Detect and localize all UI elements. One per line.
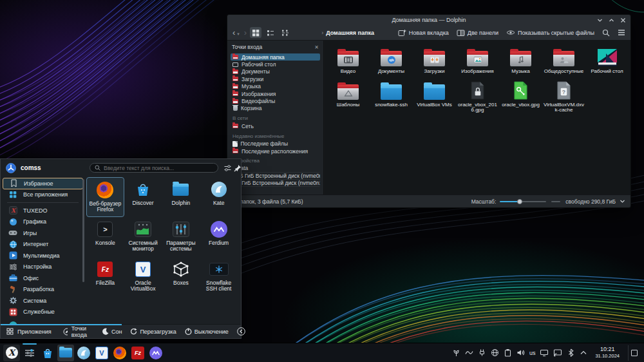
cast-tray-icon[interactable] (553, 348, 562, 357)
chevron-down-icon[interactable] (620, 199, 625, 204)
forward-button[interactable]: › (244, 30, 247, 36)
task-discover[interactable] (39, 345, 56, 361)
hamburger-menu-icon[interactable] (618, 29, 625, 36)
file-item[interactable]: VirtualBox VMs (413, 77, 456, 113)
app-dolphin[interactable]: Dolphin (162, 177, 200, 217)
app-system-settings[interactable]: Параметры системы (162, 217, 200, 257)
task-tuxedo-control-center[interactable] (21, 345, 38, 361)
category-multimedia[interactable]: Мультимедиа (1, 250, 85, 262)
breadcrumb-home[interactable]: Домашняя папка (326, 30, 374, 36)
dolphin-titlebar[interactable]: Домашняя папка — Dolphin (227, 15, 630, 25)
tab-places[interactable]: Точки входа (63, 325, 90, 338)
maximize-icon[interactable] (609, 17, 614, 23)
app-kate[interactable]: Kate (200, 177, 238, 217)
back-button[interactable]: ‹ (232, 30, 235, 36)
place-videos[interactable]: Видеофайлы (231, 97, 320, 104)
category-tuxedo[interactable]: X TUXEDO (1, 205, 85, 216)
network-globe-tray-icon[interactable] (491, 348, 499, 357)
breadcrumb[interactable]: › Домашняя папка (321, 30, 374, 36)
new-tab-button[interactable]: Новая вкладка (398, 29, 449, 37)
tuxedo-control-tray-icon[interactable] (452, 348, 460, 357)
category-system[interactable]: Система (1, 295, 85, 307)
display-tray-icon[interactable] (540, 348, 549, 357)
volume-tray-icon[interactable] (516, 348, 525, 357)
details-view-button[interactable] (265, 27, 276, 38)
file-item[interactable]: Видео (327, 43, 370, 75)
place-home[interactable]: Домашняя папка (231, 53, 320, 61)
app-snowflake[interactable]: Snowflake SSH client (200, 257, 238, 297)
restart-button[interactable]: Перезагрузка (130, 328, 176, 335)
task-kate[interactable] (75, 345, 92, 361)
places-close-icon[interactable]: ✕ (314, 44, 319, 50)
task-filezilla[interactable]: Fz (129, 345, 146, 361)
task-dolphin[interactable] (57, 345, 74, 361)
launcher-button[interactable]: X (3, 345, 20, 361)
category-internet[interactable]: Интернет (1, 239, 85, 251)
category-settings[interactable]: Настройка (1, 262, 85, 273)
app-virtualbox[interactable]: VOracle VirtualBox (124, 257, 162, 297)
file-item[interactable]: oracle_vbox.gpg (499, 77, 542, 113)
sleep-button[interactable]: Сон (102, 328, 122, 335)
app-discover[interactable]: Discover (124, 177, 162, 217)
device-disk-1[interactable]: 10,5 ГиБ Встроенный диск (nvme0n1p… (231, 173, 320, 180)
clipboard-tray-icon[interactable] (504, 348, 512, 357)
configure-icon[interactable] (223, 164, 232, 172)
category-all-apps[interactable]: Все приложения (1, 189, 85, 201)
search-icon[interactable] (602, 29, 610, 37)
file-item[interactable]: qb Документы (370, 43, 413, 75)
show-hidden-files-button[interactable]: Показывать скрытые файлы (506, 29, 594, 36)
category-games[interactable]: Игры (1, 227, 85, 239)
app-system-monitor[interactable]: Системный монитор (124, 217, 162, 257)
category-favorites[interactable]: Избранное (3, 178, 83, 189)
zoom-slider[interactable] (500, 198, 546, 204)
bluetooth-tray-icon[interactable] (567, 348, 575, 357)
file-item[interactable]: Музыка (499, 43, 542, 75)
file-item[interactable]: oracle_vbox_2016.gpg (456, 77, 499, 113)
collapse-chevron-icon[interactable] (237, 327, 245, 336)
show-desktop-button[interactable] (628, 345, 639, 361)
place-recent-locations[interactable]: Последние расположения (231, 148, 320, 155)
icons-view-button[interactable] (250, 27, 261, 38)
file-item[interactable]: Шаблоны (327, 77, 370, 113)
app-boxes[interactable]: Boxes (162, 257, 200, 297)
file-item[interactable]: ? VirtualBoxVM.dxvk-cache (542, 77, 585, 113)
close-icon[interactable] (620, 17, 626, 23)
keyboard-layout-indicator[interactable]: us (529, 350, 536, 356)
folder-view[interactable]: Видео qb Документы Загрузки (325, 41, 630, 195)
place-trash[interactable]: Корзина (231, 105, 320, 112)
search-box[interactable] (90, 163, 218, 173)
place-music[interactable]: Музыка (231, 83, 320, 90)
category-partial[interactable] (1, 318, 85, 324)
power-plug-tray-icon[interactable] (478, 348, 486, 357)
task-firefox[interactable] (111, 345, 128, 361)
file-item[interactable]: Общедоступные (542, 43, 585, 75)
category-utilities[interactable]: Служебные (1, 307, 85, 318)
place-downloads[interactable]: Загрузки (231, 75, 320, 82)
place-documents[interactable]: Документы (231, 68, 320, 75)
pin-icon[interactable] (234, 164, 242, 172)
place-network[interactable]: Сеть (231, 122, 320, 129)
search-input[interactable] (104, 165, 213, 171)
device-disk-2[interactable]: 0,0 ГиБ Встроенный диск (nvme0n1p2) (231, 180, 320, 187)
place-desktop[interactable]: Рабочий стол (231, 61, 320, 68)
expand-tray-icon[interactable] (580, 350, 587, 356)
tab-applications[interactable]: Приложения (6, 328, 52, 335)
task-ferdium[interactable] (147, 345, 164, 361)
category-development[interactable]: Разработка (1, 284, 85, 296)
place-images[interactable]: Изображения (231, 90, 320, 97)
file-item[interactable]: Рабочий стол (585, 43, 629, 75)
place-recent-files[interactable]: Последние файлы (231, 140, 320, 148)
device-data[interactable]: ata (231, 165, 320, 172)
category-office[interactable]: Офис (1, 272, 85, 284)
app-ferdium[interactable]: Ferdium (200, 217, 238, 257)
split-view-button[interactable]: Две панели (457, 29, 498, 37)
minimize-icon[interactable] (597, 17, 603, 23)
app-filezilla[interactable]: FzFileZilla (86, 257, 124, 297)
category-graphics[interactable]: Графика (1, 216, 85, 228)
digital-clock[interactable]: 10:21 31.10.2024 (595, 347, 620, 359)
file-item[interactable]: Изображения (456, 43, 499, 75)
file-item[interactable]: snowflake-ssh (370, 77, 413, 113)
ferdium-tray-icon[interactable] (465, 348, 473, 357)
shutdown-button[interactable]: Выключение (185, 328, 229, 335)
app-firefox[interactable]: Веб-браузер Firefox (86, 177, 124, 217)
